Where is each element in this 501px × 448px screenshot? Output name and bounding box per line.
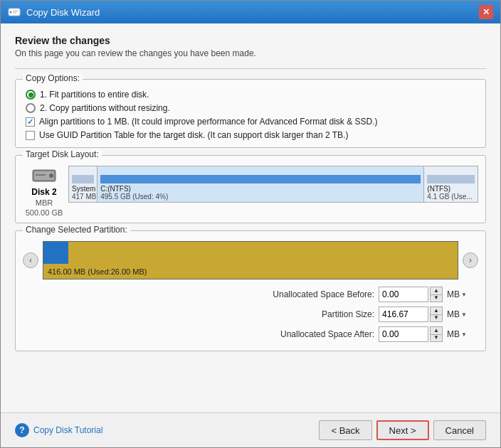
disk-type: MBR bbox=[36, 198, 53, 207]
option4-check-item[interactable]: Use GUID Partition Table for the target … bbox=[26, 130, 475, 140]
prev-partition-button[interactable]: ‹ bbox=[23, 252, 38, 268]
disk-row: Disk 2 MBR 500.00 GB System Rese417 MB (… bbox=[23, 166, 478, 217]
unit-dropdown-1[interactable]: MB▼ bbox=[447, 309, 467, 319]
option3-checkbox[interactable]: ✓ bbox=[26, 117, 35, 127]
footer: ? Copy Disk Tutorial < Back Next > Cance… bbox=[1, 412, 500, 447]
field-label-0: Unallocated Space Before: bbox=[30, 289, 374, 299]
partition-size-text: 416.00 MB (Used:26.00 MB) bbox=[48, 267, 147, 276]
cancel-button[interactable]: Cancel bbox=[433, 420, 486, 440]
footer-buttons: < Back Next > Cancel bbox=[319, 420, 486, 440]
disk-name: Disk 2 bbox=[31, 187, 56, 197]
field-label-2: Unallocated Space After: bbox=[30, 329, 374, 339]
radio-group: 1. Fit partitions to entire disk. 2. Cop… bbox=[26, 90, 475, 140]
copy-options-label: Copy Options: bbox=[23, 73, 83, 83]
option1-radio-item[interactable]: 1. Fit partitions to entire disk. bbox=[26, 90, 475, 100]
partition-seg-0[interactable]: System Rese417 MB (Us... bbox=[69, 166, 97, 202]
unit-label-0: MB bbox=[447, 289, 460, 299]
option2-label: 2. Copy partitions without resizing. bbox=[40, 103, 170, 113]
close-button[interactable]: ✕ bbox=[479, 5, 493, 19]
partition-label-2: (NTFS) bbox=[427, 185, 475, 193]
tutorial-link[interactable]: Copy Disk Tutorial bbox=[33, 425, 102, 435]
option2-radio-item[interactable]: 2. Copy partitions without resizing. bbox=[26, 103, 475, 113]
option3-check-item[interactable]: ✓ Align partitions to 1 MB. (It could im… bbox=[26, 117, 475, 127]
unit-label-1: MB bbox=[447, 309, 460, 319]
svg-rect-2 bbox=[13, 11, 18, 11]
unit-label-2: MB bbox=[447, 329, 460, 339]
partition-used-bar bbox=[43, 242, 68, 264]
partition-visual: 416.00 MB (Used:26.00 MB) bbox=[43, 241, 458, 279]
spin-buttons-0: ▲▼ bbox=[430, 287, 443, 302]
main-window: Copy Disk Wizard ✕ Review the changes On… bbox=[0, 0, 501, 448]
next-partition-button[interactable]: › bbox=[463, 252, 478, 268]
fields-grid: Unallocated Space Before:▲▼MB▼Partition … bbox=[23, 287, 478, 342]
titlebar: Copy Disk Wizard ✕ bbox=[1, 1, 500, 23]
disk-info: Disk 2 MBR 500.00 GB bbox=[23, 166, 65, 217]
page-header: Review the changes On this page you can … bbox=[15, 35, 486, 58]
partition-size-0: 417 MB (Us... bbox=[72, 193, 94, 201]
divider bbox=[15, 68, 486, 69]
change-partition-label: Change Selected Partition: bbox=[23, 225, 130, 235]
svg-point-6 bbox=[49, 174, 53, 178]
unit-dropdown-2[interactable]: MB▼ bbox=[447, 329, 467, 339]
option2-radio[interactable] bbox=[26, 103, 36, 113]
option1-radio[interactable] bbox=[26, 90, 36, 100]
disk-size: 500.00 GB bbox=[26, 208, 63, 217]
field-input-group-1: ▲▼ bbox=[379, 306, 443, 322]
spin-down-2[interactable]: ▼ bbox=[431, 335, 442, 342]
svg-rect-3 bbox=[13, 13, 16, 14]
unit-dropdown-0[interactable]: MB▼ bbox=[447, 289, 467, 299]
field-input-group-2: ▲▼ bbox=[379, 326, 443, 342]
spin-up-0[interactable]: ▲ bbox=[431, 287, 442, 295]
partition-size-1: 495.5 GB (Used: 4%) bbox=[100, 193, 421, 201]
spin-down-1[interactable]: ▼ bbox=[431, 315, 442, 322]
partition-visual-row: ‹ 416.00 MB (Used:26.00 MB) › bbox=[23, 241, 478, 279]
option3-checkmark: ✓ bbox=[27, 117, 33, 127]
spin-buttons-2: ▲▼ bbox=[430, 326, 443, 342]
option4-label: Use GUID Partition Table for the target … bbox=[39, 130, 348, 140]
main-content: Review the changes On this page you can … bbox=[1, 23, 500, 412]
partition-seg-2[interactable]: (NTFS)4.1 GB (Use... bbox=[424, 166, 478, 202]
partitions-bar: System Rese417 MB (Us...C:(NTFS)495.5 GB… bbox=[68, 166, 478, 203]
field-input-1[interactable] bbox=[379, 306, 428, 322]
spin-up-2[interactable]: ▲ bbox=[431, 327, 442, 335]
spin-buttons-1: ▲▼ bbox=[430, 306, 443, 322]
unit-dropdown-arrow-2: ▼ bbox=[461, 331, 467, 338]
partition-top-bar-2 bbox=[427, 175, 475, 183]
svg-rect-7 bbox=[36, 174, 46, 176]
spin-up-1[interactable]: ▲ bbox=[431, 307, 442, 315]
back-button[interactable]: < Back bbox=[319, 420, 371, 440]
page-title: Review the changes bbox=[15, 35, 486, 46]
field-input-0[interactable] bbox=[379, 287, 428, 302]
partition-size-2: 4.1 GB (Use... bbox=[427, 193, 475, 201]
disk-layout-label: Target Disk Layout: bbox=[23, 149, 102, 159]
option1-label: 1. Fit partitions to entire disk. bbox=[40, 90, 149, 100]
partition-top-bar-1 bbox=[100, 175, 421, 183]
partition-label-1: C:(NTFS) bbox=[100, 185, 421, 193]
field-label-1: Partition Size: bbox=[30, 309, 374, 319]
field-input-2[interactable] bbox=[379, 326, 428, 342]
hdd-icon bbox=[31, 166, 57, 186]
option4-checkbox[interactable] bbox=[26, 131, 35, 140]
option1-radio-inner bbox=[28, 92, 33, 97]
help-icon[interactable]: ? bbox=[15, 423, 29, 437]
footer-left: ? Copy Disk Tutorial bbox=[15, 423, 312, 437]
partition-label-0: System Rese bbox=[72, 185, 94, 193]
disk-layout-section: Target Disk Layout: Disk 2 MBR 500.00 GB bbox=[15, 155, 486, 223]
copy-options-section: Copy Options: 1. Fit partitions to entir… bbox=[15, 79, 486, 148]
unit-dropdown-arrow-1: ▼ bbox=[461, 311, 467, 318]
field-input-group-0: ▲▼ bbox=[379, 287, 443, 302]
option3-label: Align partitions to 1 MB. (It could impr… bbox=[39, 117, 378, 127]
partition-seg-1[interactable]: C:(NTFS)495.5 GB (Used: 4%) bbox=[97, 166, 424, 202]
spin-down-0[interactable]: ▼ bbox=[431, 295, 442, 302]
titlebar-title: Copy Disk Wizard bbox=[26, 7, 473, 18]
partition-top-bar-0 bbox=[72, 175, 94, 183]
page-subtitle: On this page you can review the changes … bbox=[15, 48, 486, 58]
titlebar-icon bbox=[8, 6, 21, 18]
change-partition-section: Change Selected Partition: ‹ 416.00 MB (… bbox=[15, 230, 486, 351]
svg-point-1 bbox=[10, 11, 12, 14]
unit-dropdown-arrow-0: ▼ bbox=[461, 292, 467, 298]
next-button[interactable]: Next > bbox=[376, 420, 429, 440]
